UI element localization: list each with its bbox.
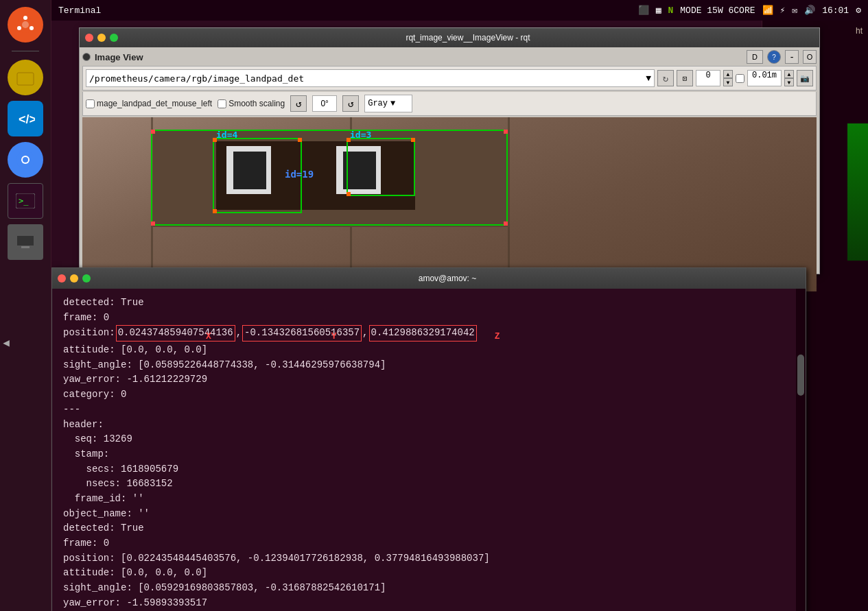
colormode-arrow-icon: ▼ <box>390 99 395 108</box>
term-line-yaw1: yaw_error: -1.61212229729 <box>63 372 795 387</box>
x-value: 0.024374859407544136 <box>116 325 235 342</box>
zoom-unit-input[interactable]: 0.01m <box>747 70 782 86</box>
bluetooth-icon: ⚡ <box>780 5 786 16</box>
mouse-label: mage_landpad_det_mouse_left <box>97 99 212 108</box>
rotate-input[interactable]: 0° <box>312 95 337 112</box>
term-line-nsecs: nsecs: 16683152 <box>63 477 795 492</box>
unit-up-button[interactable]: ▲ <box>784 70 794 78</box>
term-line-detected1: detected: True <box>63 296 795 311</box>
taskbar: </> >_ ◀ <box>0 0 51 611</box>
term-line-sep: --- <box>63 403 795 418</box>
monitor-icon: ⬛ <box>638 5 649 16</box>
help-button[interactable]: ? <box>767 50 781 64</box>
smooth-label: Smooth scaling <box>228 99 285 108</box>
colormode-dropdown[interactable]: Gray ▼ <box>364 95 412 112</box>
system-bar-right: ⬛ ▦ N MODE 15W 6CORE 📶 ⚡ ✉ 🔊 16:01 ⚙ <box>638 5 861 16</box>
camera-button[interactable]: 📷 <box>797 70 813 86</box>
term-line-attitude2: attitude: [0.0, 0.0, 0.0] <box>63 566 795 581</box>
mode-label: MODE 15W 6CORE <box>680 5 755 16</box>
term-line-secs: secs: 1618905679 <box>63 462 795 477</box>
zoom-unit-spinner[interactable]: ▲ ▼ <box>784 70 794 86</box>
mouse-checkbox-label[interactable]: mage_landpad_det_mouse_left <box>86 99 212 108</box>
o-button[interactable]: O <box>803 50 817 64</box>
term-line-seq: seq: 13269 <box>63 432 795 447</box>
unit-down-button[interactable]: ▼ <box>784 78 794 86</box>
terminal-title: amov@amov: ~ <box>95 274 800 283</box>
checkbox-zoom[interactable] <box>736 74 744 83</box>
term-line-header: header: <box>63 418 795 433</box>
mail-icon: ✉ <box>792 5 797 16</box>
image-view-toolbar2: mage_landpad_det_mouse_left Smooth scali… <box>82 92 817 116</box>
smooth-checkbox[interactable] <box>218 99 226 108</box>
zoom-up-button[interactable]: ▲ <box>723 70 733 78</box>
comma1: , <box>236 326 242 341</box>
image-view-toolbar: /prometheus/camera/rgb/image_landpad_det… <box>82 66 817 91</box>
smooth-checkbox-label[interactable]: Smooth scaling <box>218 99 285 108</box>
bar-chart-icon: ▦ <box>656 5 661 16</box>
files-icon[interactable] <box>8 60 43 95</box>
maximize-button[interactable] <box>110 34 118 42</box>
zoom-down-button[interactable]: ▼ <box>723 78 733 86</box>
dropdown-arrow-icon: ▼ <box>646 73 651 84</box>
desktop-icon[interactable] <box>8 224 43 260</box>
terminal-close-button[interactable] <box>58 274 66 283</box>
term-line-sight1: sight_angle: [0.05895226448774338, -0.31… <box>63 358 795 373</box>
zoom-input[interactable]: 0 <box>696 70 720 86</box>
comma2: , <box>362 326 368 341</box>
d-button[interactable]: D <box>747 50 763 64</box>
fit-button[interactable]: ⊡ <box>677 70 693 86</box>
term-line-yaw2: yaw_error: -1.59893393517 <box>63 596 795 611</box>
mouse-checkbox[interactable] <box>86 99 95 108</box>
clock: 16:01 <box>822 5 849 16</box>
terminal-minimize-button[interactable] <box>70 274 78 283</box>
system-bar: Terminal ⬛ ▦ N MODE 15W 6CORE 📶 ⚡ ✉ 🔊 16… <box>51 0 868 21</box>
camera-image: id=4 id=3 id=19 <box>82 117 817 291</box>
refresh-button[interactable]: ↻ <box>657 70 674 86</box>
term-line-objname: object_name: '' <box>63 507 795 522</box>
wifi-icon: 📶 <box>762 5 773 16</box>
minus-button[interactable]: - <box>785 50 799 64</box>
close-button[interactable] <box>85 34 93 42</box>
term-line-detected2: detected: True <box>63 521 795 536</box>
rotate-ccw-button[interactable]: ↺ <box>342 95 359 112</box>
window-titlebar: rqt_image_view__ImageView - rqt <box>80 28 819 47</box>
term-line-frameid: frame_id: '' <box>63 492 795 507</box>
term-line-position2: position: [0.02243548445403576, -0.12394… <box>63 551 795 566</box>
y-value: -0.13432681560516357 <box>242 325 362 342</box>
term-line-stamp: stamp: <box>63 447 795 462</box>
svg-text:</>: </> <box>19 112 35 126</box>
position-label: position: <box>63 326 115 341</box>
system-bar-left: Terminal <box>58 5 101 16</box>
zoom-spinner[interactable]: ▲ ▼ <box>723 70 733 86</box>
rotate-reset-button[interactable]: ↺ <box>290 95 307 112</box>
main-area: rqt_image_view__ImageView - rqt Image Vi… <box>51 21 868 611</box>
minimize-button[interactable] <box>97 34 106 42</box>
taskbar-divider <box>12 51 39 51</box>
svg-point-4 <box>17 26 21 30</box>
view-indicator <box>82 53 91 61</box>
chromium-icon[interactable] <box>8 142 43 178</box>
svg-rect-17 <box>21 246 30 248</box>
terminal-body: detected: True frame: 0 position: 0.0243… <box>52 289 806 611</box>
svg-rect-5 <box>17 73 34 85</box>
term-line-sight2: sight_angle: [0.05929169803857803, -0.31… <box>63 581 795 596</box>
terminal-maximize-button[interactable] <box>82 274 91 283</box>
green-bar <box>847 123 868 261</box>
term-line-frame2: frame: 0 <box>63 536 795 551</box>
terminal-titlebar: amov@amov: ~ <box>52 268 806 289</box>
ubuntu-icon[interactable] <box>8 7 43 43</box>
svg-rect-16 <box>17 236 34 245</box>
arrow-left-icon[interactable]: ◀ <box>0 329 12 357</box>
topic-value: /prometheus/camera/rgb/image_landpad_det <box>89 73 304 84</box>
svg-point-3 <box>30 26 34 30</box>
outer-box <box>151 130 508 226</box>
term-line-attitude1: attitude: [0.0, 0.0, 0.0] <box>63 343 795 358</box>
z-value: 0.4129886329174042 <box>369 325 477 342</box>
terminal-scrollbar[interactable] <box>796 289 806 611</box>
vscode-icon[interactable]: </> <box>8 101 43 136</box>
terminal-icon[interactable]: >_ <box>8 183 43 219</box>
settings-icon: ⚙ <box>856 5 861 16</box>
topic-dropdown[interactable]: /prometheus/camera/rgb/image_landpad_det… <box>86 69 655 87</box>
window-title: rqt_image_view__ImageView - rqt <box>122 33 814 43</box>
scrollbar-thumb[interactable] <box>797 355 804 396</box>
